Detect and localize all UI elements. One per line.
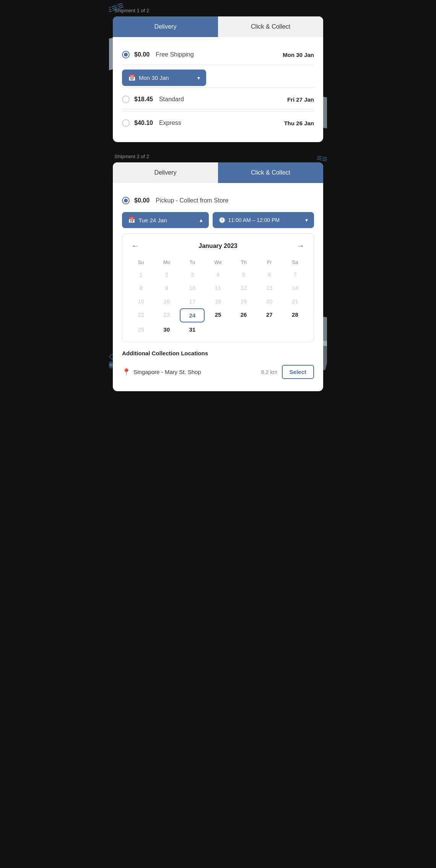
option-pickup-left: $0.00 Pickup - Collect from Store	[122, 197, 228, 204]
cal-day-26[interactable]: 26	[231, 308, 256, 322]
cal-day: 4	[205, 268, 230, 281]
location-row: 📍 Singapore - Mary St. Shop 8.2 km Selec…	[122, 362, 314, 382]
additional-title: Additional Collection Locations	[122, 350, 314, 356]
cal-day: 22	[129, 308, 153, 322]
divider-1	[122, 87, 314, 88]
cal-day-28[interactable]: 28	[283, 308, 307, 322]
radio-free[interactable]	[122, 51, 130, 58]
tab-click-collect-1[interactable]: Click & Collect	[218, 16, 323, 37]
cal-day-24[interactable]: 24	[180, 308, 205, 322]
cal-day: 16	[154, 295, 179, 308]
dow-mo: Mo	[154, 257, 179, 267]
selected-time: 11:00 AM – 12:00 PM	[228, 217, 280, 223]
option-standard: $18.45 Standard Fri 27 Jan	[122, 89, 314, 110]
shipment2-card: Delivery Click & Collect $0.00 Pickup - …	[113, 162, 323, 391]
select-location-btn[interactable]: Select	[282, 365, 314, 379]
cal-day: 7	[283, 268, 307, 281]
dow-we: We	[205, 257, 230, 267]
cal-day: 12	[231, 282, 256, 294]
option-standard-label: Standard	[159, 96, 184, 103]
cal-day: 29	[129, 323, 153, 336]
calendar-icon-2: 📅	[128, 217, 135, 223]
additional-locations: Additional Collection Locations 📍 Singap…	[122, 350, 314, 382]
cal-day-empty	[257, 323, 282, 336]
cal-day: 11	[205, 282, 230, 294]
time-btn[interactable]: 🕐 11:00 AM – 12:00 PM ▾	[213, 212, 314, 228]
tab-delivery-2[interactable]: Delivery	[113, 162, 218, 183]
option-pickup: $0.00 Pickup - Collect from Store	[122, 191, 314, 207]
option-pickup-label: Pickup - Collect from Store	[156, 197, 228, 204]
selected-date-2: Tue 24 Jan	[138, 217, 167, 223]
shipment1-card: Delivery Click & Collect $0.00 Free Ship…	[113, 16, 323, 142]
cal-day: 19	[231, 295, 256, 308]
cal-day: 10	[180, 282, 205, 294]
cal-day-empty	[205, 323, 230, 336]
dow-sa: Sa	[283, 257, 307, 267]
cal-day: 13	[257, 282, 282, 294]
cal-day: 9	[154, 282, 179, 294]
deco-lines: ≡≡≡	[109, 0, 125, 17]
shipment1-tabs: Delivery Click & Collect	[113, 16, 323, 37]
tab-delivery-1[interactable]: Delivery	[113, 16, 218, 37]
cal-day: 3	[180, 268, 205, 281]
cal-day-27[interactable]: 27	[257, 308, 282, 322]
date-time-row: 📅 Tue 24 Jan ▴ 🕐 11:00 AM – 12:00 PM ▾	[122, 212, 314, 228]
option-express-label: Express	[159, 120, 181, 126]
radio-express[interactable]	[122, 119, 130, 127]
calendar: ← January 2023 → Su Mo Tu We Th Fr Sa 1 …	[122, 233, 314, 342]
option-standard-price: $18.45	[134, 96, 153, 103]
option-express-price: $40.10	[134, 120, 153, 126]
date-dropdown-1[interactable]: 📅 Mon 30 Jan ▾	[122, 70, 206, 86]
date-btn-2[interactable]: 📅 Tue 24 Jan ▴	[122, 212, 209, 228]
calendar-grid: Su Mo Tu We Th Fr Sa 1 2 3 4 5 6 7 8	[129, 257, 307, 336]
chevron-up-icon: ▴	[200, 217, 203, 223]
cal-day: 17	[180, 295, 205, 308]
cal-day-25[interactable]: 25	[205, 308, 230, 322]
radio-standard[interactable]	[122, 96, 130, 103]
selected-date-1: Mon 30 Jan	[139, 74, 169, 81]
cal-day: 14	[283, 282, 307, 294]
cal-day: 21	[283, 295, 307, 308]
calendar-header: ← January 2023 →	[129, 240, 307, 252]
dow-th: Th	[231, 257, 256, 267]
radio-pickup[interactable]	[122, 197, 130, 204]
dow-fr: Fr	[257, 257, 282, 267]
cal-day: 1	[129, 268, 153, 281]
option-free-left: $0.00 Free Shipping	[122, 51, 194, 58]
option-standard-date: Fri 27 Jan	[287, 96, 314, 103]
shipment2-body: $0.00 Pickup - Collect from Store 📅 Tue …	[113, 183, 323, 391]
shipment2-tabs: Delivery Click & Collect	[113, 162, 323, 183]
cal-day-empty	[231, 323, 256, 336]
cal-day: 18	[205, 295, 230, 308]
location-right: 8.2 km Select	[261, 365, 314, 379]
chevron-down-icon-1: ▾	[197, 75, 200, 81]
cal-day: 5	[231, 268, 256, 281]
dow-su: Su	[129, 257, 153, 267]
shipment2-section: Shipment 2 of 2 ≡≡≡ ◇ ◈ Delivery Click &…	[113, 154, 323, 391]
option-standard-left: $18.45 Standard	[122, 96, 184, 103]
cal-day-empty	[283, 323, 307, 336]
option-free-label: Free Shipping	[156, 51, 194, 58]
option-free-date: Mon 30 Jan	[283, 52, 314, 58]
option-express-date: Thu 26 Jan	[284, 120, 314, 126]
option-free-price: $0.00	[134, 51, 150, 58]
calendar-title: January 2023	[198, 243, 237, 249]
cal-day-30[interactable]: 30	[154, 323, 179, 336]
calendar-prev-btn[interactable]: ←	[129, 240, 142, 252]
calendar-next-btn[interactable]: →	[294, 240, 307, 252]
shipment1-label: Shipment 1 of 2	[114, 8, 323, 13]
cal-day: 2	[154, 268, 179, 281]
cal-day-31[interactable]: 31	[180, 323, 205, 336]
cal-day: 20	[257, 295, 282, 308]
cal-day: 23	[154, 308, 179, 322]
tab-click-collect-2[interactable]: Click & Collect	[218, 162, 323, 183]
clock-icon: 🕐	[219, 217, 225, 223]
location-name: Singapore - Mary St. Shop	[133, 369, 201, 375]
shipment2-label: Shipment 2 of 2	[114, 154, 323, 159]
dow-tu: Tu	[180, 257, 205, 267]
chevron-down-icon-2: ▾	[305, 217, 308, 223]
option-express: $40.10 Express Thu 26 Jan	[122, 113, 314, 133]
shipment1-section: Shipment 1 of 2 ≡≡≡ Delivery Click & Col…	[113, 8, 323, 142]
cal-day: 6	[257, 268, 282, 281]
cal-day: 15	[129, 295, 153, 308]
